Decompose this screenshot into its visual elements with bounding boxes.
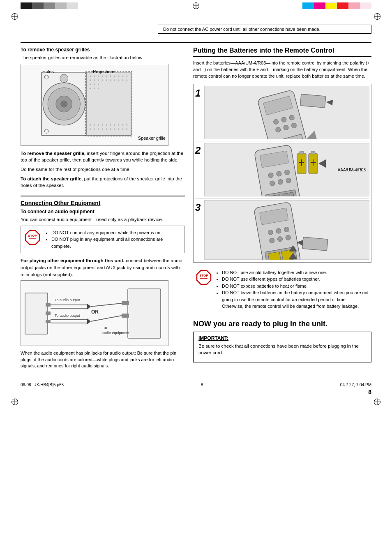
svg-rect-105 — [311, 151, 315, 154]
svg-rect-26 — [94, 88, 95, 89]
svg-marker-56 — [25, 231, 39, 245]
battery-type-label: AAA/UM-4/R03 — [338, 167, 366, 172]
svg-rect-41 — [102, 128, 103, 129]
speaker-grille-label: Speaker grille — [138, 136, 166, 141]
warning-text-connect: DO NOT connect any equipment while the p… — [45, 229, 181, 250]
svg-rect-46 — [122, 128, 123, 129]
svg-text:Audio equipment: Audio equipment — [101, 331, 129, 335]
battery-warn-4: DO NOT leave the batteries in the batter… — [222, 289, 369, 310]
svg-rect-59 — [25, 293, 48, 334]
battery-warn-3: DO NOT expose batteries to heat or flame… — [222, 283, 369, 290]
step-3-num: 3 — [195, 200, 204, 260]
svg-rect-23 — [94, 83, 95, 85]
svg-rect-73 — [122, 301, 129, 305]
svg-rect-9 — [118, 75, 119, 76]
svg-rect-20 — [122, 79, 123, 81]
svg-rect-60 — [46, 303, 51, 307]
svg-point-51 — [61, 101, 67, 107]
speaker-section-intro: The speaker grilles are removable as the… — [21, 54, 185, 61]
speaker-illustration: Holes Projections Speaker grille — [21, 64, 168, 146]
svg-rect-17 — [110, 79, 111, 81]
svg-text:To audio output: To audio output — [55, 298, 80, 302]
svg-rect-33 — [98, 128, 99, 129]
svg-rect-4 — [98, 75, 99, 76]
svg-rect-45 — [118, 128, 119, 129]
warning-item-1: DO NOT connect any equipment while the p… — [51, 229, 181, 236]
holes-label: Holes — [42, 69, 54, 74]
svg-rect-6 — [106, 75, 107, 76]
svg-rect-61 — [46, 311, 51, 315]
svg-rect-43 — [110, 128, 111, 129]
now-title: NOW you are ready to plug in the unit. — [193, 320, 371, 328]
attach-bold: To attach the speaker grille, — [21, 176, 83, 181]
step-2-row: 2 — [195, 143, 369, 196]
svg-rect-37 — [114, 124, 115, 125]
svg-rect-21 — [126, 79, 127, 81]
svg-rect-2 — [90, 75, 91, 76]
svg-rect-27 — [98, 88, 99, 89]
svg-rect-42 — [106, 128, 107, 129]
step-1-row: 1 — [195, 86, 369, 139]
svg-line-76 — [91, 316, 122, 321]
svg-rect-36 — [110, 124, 111, 125]
battery-warning-box: STOP DO NOT use an old battery together … — [193, 266, 371, 313]
projections-label: Projections — [93, 69, 115, 74]
svg-rect-39 — [122, 124, 123, 125]
speaker-section-title: To remove the speaker grilles — [21, 47, 185, 53]
step-1-2-divider — [195, 141, 369, 141]
battery-warning-text: DO NOT use an old battery together with … — [215, 269, 369, 310]
playing-text: For playing other equipment through this… — [21, 257, 185, 278]
svg-rect-8 — [114, 75, 115, 76]
page-footer: 06-08_UX-HB4[B]5.p65 8 04.7.27, 7:04 PM — [21, 380, 371, 387]
svg-rect-16 — [106, 79, 107, 81]
step-3-img — [204, 200, 369, 260]
stop-icon-battery: STOP — [196, 269, 212, 286]
step-2-3-divider — [195, 198, 369, 198]
battery-intro: Insert the batteries—AAA/UM-4/R03—into t… — [193, 60, 371, 80]
svg-rect-22 — [90, 83, 91, 85]
connecting-section: Connecting Other Equipment To connect an… — [21, 196, 185, 369]
svg-rect-1 — [86, 72, 131, 135]
svg-rect-101 — [300, 151, 304, 154]
svg-rect-47 — [126, 128, 127, 129]
important-label: IMPORTANT: — [198, 335, 366, 341]
step-1-img — [204, 86, 369, 139]
svg-text:STOP: STOP — [28, 234, 37, 238]
footer-file-left: 06-08_UX-HB4[B]5.p65 — [21, 383, 64, 387]
step-1-num: 1 — [195, 86, 204, 139]
battery-steps: 1 — [193, 84, 371, 263]
audio-diagram: OR To audio output To audio output — [21, 280, 168, 346]
footer-timestamp: 04.7.27, 7:04 PM — [340, 383, 371, 387]
footer-center-num: 8 — [201, 383, 203, 387]
remove-text: To remove the speaker grille, insert you… — [21, 150, 185, 164]
warning-box-connect: STOP DO NOT connect any equipment while … — [21, 226, 185, 254]
notice-text: Do not connect the AC power cord until a… — [163, 27, 321, 32]
page-number: 8 — [368, 389, 371, 395]
svg-marker-120 — [197, 270, 211, 284]
right-column: Putting the Batteries into the Remote Co… — [193, 47, 371, 371]
svg-text:OR: OR — [91, 309, 99, 315]
speaker-grilles-section: To remove the speaker grilles The speake… — [21, 47, 185, 189]
battery-warn-2: DO NOT use different types of batteries … — [222, 276, 369, 283]
svg-rect-62 — [46, 320, 51, 323]
audio-body: You can connect audio equipment—used onl… — [21, 216, 185, 223]
battery-warn-1: DO NOT use an old battery together with … — [222, 269, 369, 276]
connecting-divider — [21, 196, 185, 196]
footer-text: When the audio equipment has pin jacks f… — [21, 350, 185, 369]
svg-rect-13 — [94, 79, 95, 81]
svg-rect-35 — [106, 124, 107, 125]
svg-rect-25 — [90, 88, 91, 89]
notice-box: Do not connect the AC power cord until a… — [158, 25, 371, 34]
connecting-title: Connecting Other Equipment — [21, 200, 185, 206]
svg-rect-24 — [98, 83, 99, 85]
svg-rect-31 — [90, 128, 91, 129]
svg-rect-18 — [114, 79, 115, 81]
svg-rect-14 — [98, 79, 99, 81]
warning-item-2: DO NOT plug in any equipment until all c… — [51, 236, 181, 249]
svg-rect-15 — [102, 79, 103, 81]
svg-rect-29 — [94, 124, 95, 125]
battery-section-title: Putting the Batteries into the Remote Co… — [193, 47, 371, 57]
svg-marker-69 — [87, 318, 91, 325]
svg-text:To: To — [103, 326, 107, 330]
remove-text2: Do the same for the rest of projections … — [21, 166, 185, 173]
